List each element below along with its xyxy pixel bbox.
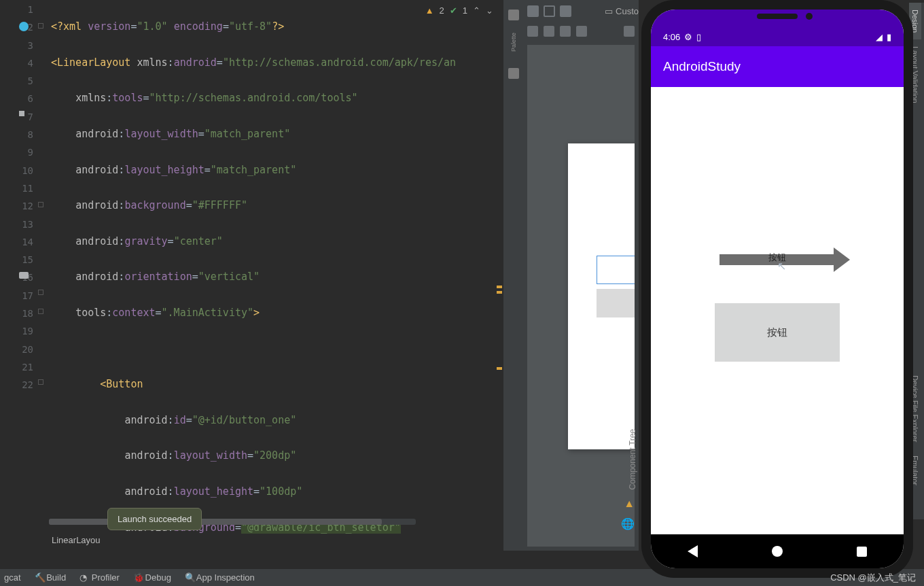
line-number: 3 [0, 37, 33, 54]
line-number: 1 [0, 1, 33, 18]
storage-icon: ▯ [696, 32, 701, 42]
line-number: 13 [0, 216, 33, 233]
line-number: 6 [0, 90, 33, 107]
horizontal-scrollbar[interactable] [49, 519, 416, 525]
magnet-icon[interactable] [560, 26, 571, 37]
design-canvas[interactable] [527, 45, 635, 547]
tab-app-inspection[interactable]: 🔍 App Inspection [185, 572, 255, 583]
battery-icon: ▮ [887, 32, 891, 42]
emulator-device: 4:06 ⚙ ▯ ◢ ▮ AndroidStudy 按钮 ↖ 按钮 [641, 0, 913, 578]
display-mode-label[interactable]: Custo [616, 6, 639, 16]
preview-toolbar: ▭ Custo [523, 0, 639, 22]
line-number: 14 [0, 233, 33, 251]
hammer-icon: 🔨 [35, 572, 44, 582]
component-tree-tab[interactable]: Component Tree [628, 429, 637, 489]
line-number: 11 [0, 179, 33, 197]
pan-icon[interactable] [576, 26, 587, 37]
breadcrumb[interactable]: LinearLayou [52, 535, 101, 545]
nav-recent-icon[interactable] [857, 547, 867, 557]
grid-icon[interactable] [544, 26, 554, 37]
android-nav-bar [651, 534, 904, 568]
app-body: 按钮 ↖ 按钮 [651, 87, 904, 529]
line-gutter: 1 2 3 4 5 6 7 8 9 10 11 12 13 14 15 16 1… [0, 0, 37, 551]
orientation-icon[interactable] [560, 5, 571, 17]
signal-icon: ◢ [876, 32, 883, 42]
inspect-icon: 🔍 [185, 572, 194, 582]
caret-down-icon[interactable]: ⌄ [486, 5, 493, 16]
launch-toast: Launch succeeded [107, 508, 202, 530]
status-time: 4:06 [663, 32, 680, 42]
typo-icon: ✔ [450, 5, 457, 16]
tab-build[interactable]: 🔨 Build [35, 572, 67, 583]
layout-preview-pane: ▭ Custo Component Tree ▲ 🌐 [523, 0, 639, 551]
design-surface-icon[interactable] [527, 5, 539, 17]
stack-icon[interactable] [508, 10, 519, 20]
warning-count: 2 [440, 5, 444, 16]
bug-icon: 🐞 [133, 572, 143, 582]
line-number: 12 [0, 197, 33, 215]
typo-count: 1 [463, 5, 467, 16]
app-bar: AndroidStudy [651, 46, 904, 87]
color-swatch-icon [19, 111, 24, 116]
palette-label: Palette [510, 33, 517, 52]
palette-sidebar[interactable]: Palette [503, 0, 523, 551]
blueprint-icon[interactable] [544, 5, 555, 17]
line-number: 17 [0, 287, 33, 305]
caret-up-icon[interactable]: ⌃ [473, 5, 480, 16]
nav-home-icon[interactable] [772, 546, 783, 557]
app-title: AndroidStudy [663, 59, 741, 74]
watermark: CSDN @嵌入式_笔记 [830, 572, 916, 584]
gear-icon: ⚙ [684, 32, 692, 42]
preview-toolbar-2 [523, 22, 639, 41]
code-content[interactable]: <?xml version="1.0" encoding="utf-8"?> <… [37, 0, 503, 551]
tab-debug[interactable]: 🐞 Debug [133, 572, 171, 583]
line-number: 9 [0, 143, 33, 161]
palette-tool-icon[interactable] [508, 68, 519, 79]
code-editor[interactable]: 1 2 3 4 5 6 7 8 9 10 11 12 13 14 15 16 1… [0, 0, 503, 551]
line-number: 8 [0, 126, 33, 143]
line-number: 10 [0, 162, 33, 179]
line-number: 21 [0, 358, 33, 376]
sensor-cutout [806, 13, 813, 20]
warning-icon: ▲ [425, 5, 434, 16]
tab-logcat[interactable]: gcat [4, 572, 21, 583]
line-number: 5 [0, 72, 33, 90]
line-number: 22 [0, 376, 33, 394]
line-number: 4 [0, 54, 33, 72]
device-icon: ▭ [605, 6, 613, 16]
tab-profiler[interactable]: ◔ Profiler [79, 572, 120, 583]
button-two-label: 按钮 [767, 326, 787, 339]
button-one[interactable]: 按钮 ↖ [719, 254, 835, 265]
button-two[interactable]: 按钮 [715, 303, 840, 362]
line-number: 15 [0, 251, 33, 269]
gauge-icon: ◔ [79, 572, 89, 582]
line-number: 19 [0, 322, 33, 340]
speaker-cutout [757, 14, 798, 19]
globe-icon[interactable]: 🌐 [621, 517, 635, 530]
arrows-icon[interactable] [624, 26, 635, 37]
cursor-icon: ↖ [777, 260, 786, 273]
class-icon [19, 22, 29, 31]
image-icon [19, 272, 29, 279]
line-number: 20 [0, 341, 33, 358]
warning-icon[interactable]: ▲ [624, 498, 635, 510]
line-number: 7 [0, 108, 33, 126]
eye-icon[interactable] [527, 26, 538, 37]
line-number: 18 [0, 305, 33, 322]
inspection-badges[interactable]: ▲2 ✔1 ⌃ ⌄ [425, 5, 493, 16]
nav-back-icon[interactable] [688, 545, 698, 557]
